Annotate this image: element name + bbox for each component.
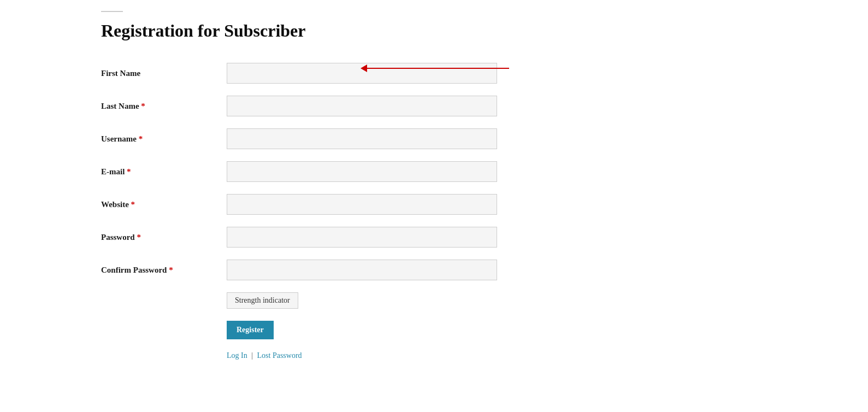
- email-row: E-mail *: [101, 161, 868, 182]
- confirm-password-required-star: *: [169, 266, 173, 274]
- divider-line: [101, 11, 123, 12]
- username-input[interactable]: [227, 128, 497, 149]
- email-input[interactable]: [227, 161, 497, 182]
- last-name-row: Last Name *: [101, 96, 868, 116]
- arrow-line: [367, 68, 509, 69]
- confirm-password-row: Confirm Password *: [101, 260, 868, 280]
- password-required-star: *: [137, 233, 141, 242]
- confirm-password-label: Confirm Password *: [101, 266, 227, 275]
- confirm-password-input[interactable]: [227, 260, 497, 280]
- last-name-label: Last Name *: [101, 102, 227, 111]
- username-row: Username *: [101, 128, 868, 149]
- password-input[interactable]: [227, 227, 497, 248]
- login-link[interactable]: Log In: [227, 351, 247, 360]
- website-required-star: *: [131, 200, 135, 209]
- links-separator: |: [251, 351, 253, 360]
- password-label: Password *: [101, 233, 227, 242]
- password-row: Password *: [101, 227, 868, 248]
- registration-form: First Name Last Name * Username * E-mail…: [101, 63, 868, 360]
- bottom-links: Log In | Lost Password: [227, 351, 868, 360]
- register-button[interactable]: Register: [227, 321, 274, 339]
- lost-password-link[interactable]: Lost Password: [257, 351, 302, 360]
- last-name-required-star: *: [141, 102, 145, 110]
- arrow-annotation: [361, 64, 509, 72]
- email-label: E-mail *: [101, 167, 227, 176]
- page-title: Registration for Subscriber: [101, 21, 868, 41]
- website-input[interactable]: [227, 194, 497, 215]
- last-name-input[interactable]: [227, 96, 497, 116]
- first-name-label: First Name: [101, 69, 227, 78]
- email-required-star: *: [127, 167, 131, 176]
- website-row: Website *: [101, 194, 868, 215]
- arrow-head-icon: [361, 64, 367, 72]
- page-container: Registration for Subscriber First Name L…: [0, 0, 868, 360]
- website-label: Website *: [101, 200, 227, 209]
- strength-indicator: Strength indicator: [227, 292, 298, 309]
- username-required-star: *: [139, 134, 143, 143]
- username-label: Username *: [101, 134, 227, 144]
